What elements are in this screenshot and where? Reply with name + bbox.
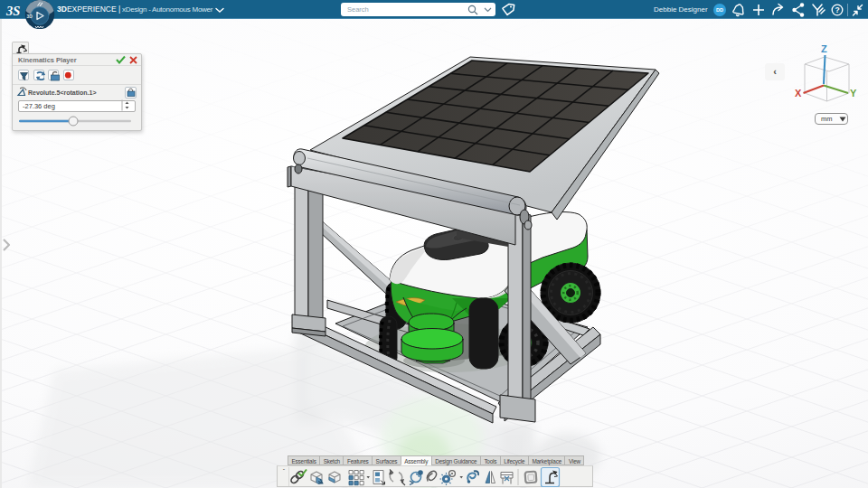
svg-text:3D: 3D <box>27 14 33 19</box>
svg-text:ˈ: ˈ <box>49 14 51 19</box>
svg-text:Y: Y <box>850 88 857 99</box>
svg-text:Z: Z <box>821 43 827 54</box>
svg-text:X: X <box>795 88 802 99</box>
svg-text:3S: 3S <box>5 4 20 18</box>
svg-text:?: ? <box>835 5 839 14</box>
